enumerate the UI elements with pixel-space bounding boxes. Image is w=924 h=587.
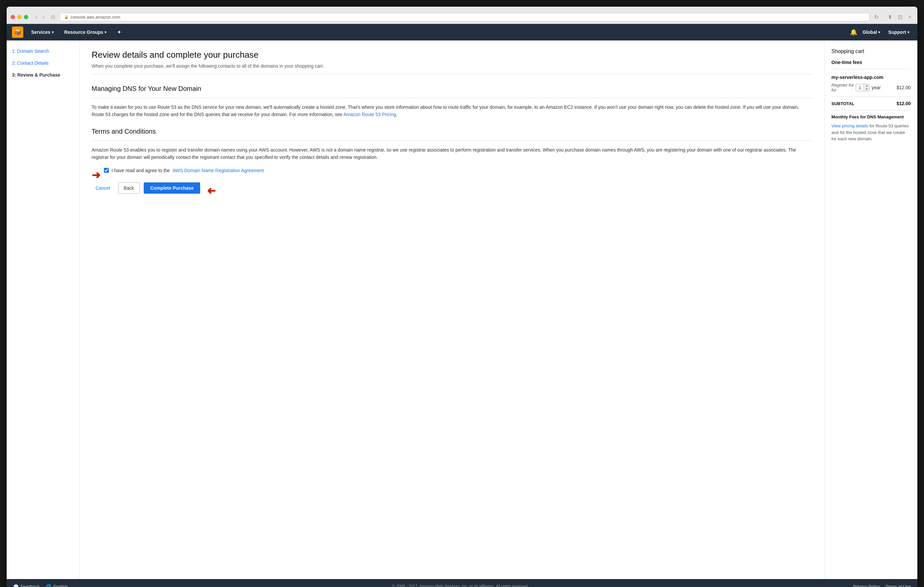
lock-icon: 🔒 — [64, 15, 69, 19]
action-row: Cancel Back Complete Purchase ➜ — [92, 183, 812, 200]
page-title: Review details and complete your purchas… — [92, 50, 812, 60]
reload-button[interactable]: ↻ — [872, 13, 881, 21]
sidebar-step-review-purchase: 3: Review & Purchase — [12, 72, 74, 77]
traffic-lights — [11, 15, 28, 19]
footer-copyright: © 2008 - 2017, Amazon Web Services, Inc.… — [68, 584, 853, 587]
terms-section-title: Terms and Conditions — [92, 125, 812, 135]
terms-divider — [92, 141, 812, 141]
cart-title: Shopping cart — [832, 48, 911, 54]
close-button[interactable] — [11, 15, 15, 19]
review-purchase-label: 3: Review & Purchase — [12, 72, 60, 77]
cart-divider-1 — [832, 69, 911, 69]
support-label: Support — [888, 30, 906, 35]
support-chevron: ▾ — [908, 30, 909, 35]
services-nav-item[interactable]: Services ▾ — [28, 28, 56, 37]
dns-divider — [92, 98, 812, 98]
agreement-container: ➜ I have read and agree to the AWS Domai… — [92, 168, 812, 183]
agreement-row: I have read and agree to the AWS Domain … — [104, 168, 264, 173]
register-label-group: Register for for 1 ▲ ▼ year — [832, 82, 881, 92]
feedback-item[interactable]: 💬 Feedback — [13, 584, 40, 587]
main-container: 1: Domain Search 2: Contact Details 3: R… — [7, 41, 917, 579]
footer-left: 💬 Feedback 🌐 English — [13, 584, 68, 587]
footer-right: Privacy Policy Terms of Use — [853, 584, 911, 587]
feedback-label: Feedback — [21, 584, 40, 587]
globe-icon: 🌐 — [46, 584, 51, 587]
resource-groups-chevron: ▾ — [104, 30, 107, 35]
footer: 💬 Feedback 🌐 English © 2008 - 2017, Amaz… — [7, 579, 917, 587]
privacy-policy-link[interactable]: Privacy Policy — [853, 584, 880, 587]
sidebar-step-domain-search[interactable]: 1: Domain Search — [12, 48, 74, 54]
subtotal-row: SUBTOTAL $12.00 — [832, 101, 911, 106]
minimize-button[interactable] — [17, 15, 21, 19]
year-spinners: ▲ ▼ — [864, 84, 869, 91]
resource-groups-nav-item[interactable]: Resource Groups ▾ — [62, 28, 109, 37]
dns-body-text: To make it easier for you to use Route 5… — [92, 104, 812, 118]
domain-price: $12.00 — [896, 85, 911, 90]
contact-details-link[interactable]: 2: Contact Details — [12, 60, 49, 66]
pin-nav-item[interactable]: ✦ — [114, 28, 124, 37]
global-chevron: ▾ — [878, 30, 880, 35]
sidebar-step-contact-details[interactable]: 2: Contact Details — [12, 60, 74, 66]
subtitle: When you complete your purchase, we'll a… — [92, 63, 812, 74]
domain-search-link[interactable]: 1: Domain Search — [12, 48, 49, 54]
add-tab-button[interactable]: + — [906, 13, 913, 21]
one-time-fees-title: One-time fees — [832, 60, 911, 65]
subtotal-label: SUBTOTAL — [832, 101, 855, 106]
cart-sidebar: Shopping cart One-time fees my-serverles… — [825, 41, 917, 579]
terms-of-use-link[interactable]: Terms of Use — [885, 584, 911, 587]
register-for-label: Register for for — [832, 82, 854, 92]
browser-chrome: ‹ › ⊡ 🔒 console.aws.amazon.com ↻ ⬆ ⊡ + — [7, 7, 917, 24]
route53-pricing-link[interactable]: Amazon Route 53 Pricing — [343, 112, 396, 117]
terms-body-text: Amazon Route 53 enables you to register … — [92, 146, 812, 161]
monthly-fees-text: View pricing details for Route 53 querie… — [832, 123, 911, 142]
address-bar[interactable]: 🔒 console.aws.amazon.com — [60, 13, 870, 21]
pin-icon: ✦ — [117, 30, 121, 35]
sidebar: 1: Domain Search 2: Contact Details 3: R… — [7, 41, 80, 579]
aws-logo[interactable]: 📦 — [12, 26, 23, 38]
nav-buttons: ‹ › — [33, 13, 46, 21]
dns-body: To make it easier for you to use Route 5… — [92, 104, 799, 117]
subtotal-price: $12.00 — [896, 101, 911, 106]
forward-nav-button[interactable]: › — [41, 13, 46, 21]
year-up-button[interactable]: ▲ — [864, 84, 869, 87]
cancel-button[interactable]: Cancel — [92, 183, 114, 193]
year-down-button[interactable]: ▼ — [864, 87, 869, 91]
new-tab-button[interactable]: ⊡ — [896, 13, 904, 21]
support-nav-item[interactable]: Support ▾ — [886, 28, 912, 37]
monthly-fees-title: Monthly Fees for DNS Management — [832, 114, 911, 119]
aws-navbar: 📦 Services ▾ Resource Groups ▾ ✦ 🔔 Globa… — [7, 24, 917, 41]
feedback-icon: 💬 — [13, 584, 18, 587]
cart-divider-2 — [832, 97, 911, 97]
arrow-left-annotation: ➜ — [92, 169, 101, 181]
back-button[interactable]: Back — [118, 183, 140, 194]
aws-logo-icon: 📦 — [14, 28, 21, 36]
year-label: year — [871, 85, 881, 90]
year-value: 1 — [856, 85, 864, 91]
dns-section-title: Managing DNS for Your New Domain — [92, 82, 812, 92]
language-item[interactable]: 🌐 English — [46, 584, 68, 587]
browser-actions: ⬆ ⊡ + — [886, 13, 913, 21]
back-nav-button[interactable]: ‹ — [33, 13, 39, 21]
fullscreen-button[interactable] — [24, 15, 28, 19]
services-chevron: ▾ — [52, 30, 54, 35]
agreement-link[interactable]: AWS Domain Name Registration Agreement — [173, 168, 264, 173]
cart-domain-name: my-serverless-app.com — [832, 75, 911, 80]
services-label: Services — [31, 30, 50, 35]
global-label: Global — [863, 30, 877, 35]
bell-icon[interactable]: 🔔 — [850, 28, 857, 36]
cart-divider-3 — [832, 110, 911, 110]
share-button[interactable]: ⬆ — [886, 13, 894, 21]
agreement-checkbox[interactable] — [104, 168, 109, 173]
complete-purchase-button[interactable]: Complete Purchase — [144, 183, 200, 194]
nav-right: 🔔 Global ▾ Support ▾ — [850, 28, 912, 37]
url-text: console.aws.amazon.com — [71, 15, 120, 20]
content-area: Review details and complete your purchas… — [80, 41, 825, 579]
year-spinner[interactable]: 1 ▲ ▼ — [856, 84, 870, 91]
register-for-row: Register for for 1 ▲ ▼ year $12.00 — [832, 82, 911, 92]
tab-view-button[interactable]: ⊡ — [49, 13, 57, 20]
arrow-right-annotation: ➜ — [207, 185, 216, 198]
view-pricing-link[interactable]: View pricing details — [832, 123, 868, 128]
dns-link-suffix: . — [396, 112, 398, 117]
global-nav-item[interactable]: Global ▾ — [860, 28, 883, 37]
resource-groups-label: Resource Groups — [64, 30, 103, 35]
